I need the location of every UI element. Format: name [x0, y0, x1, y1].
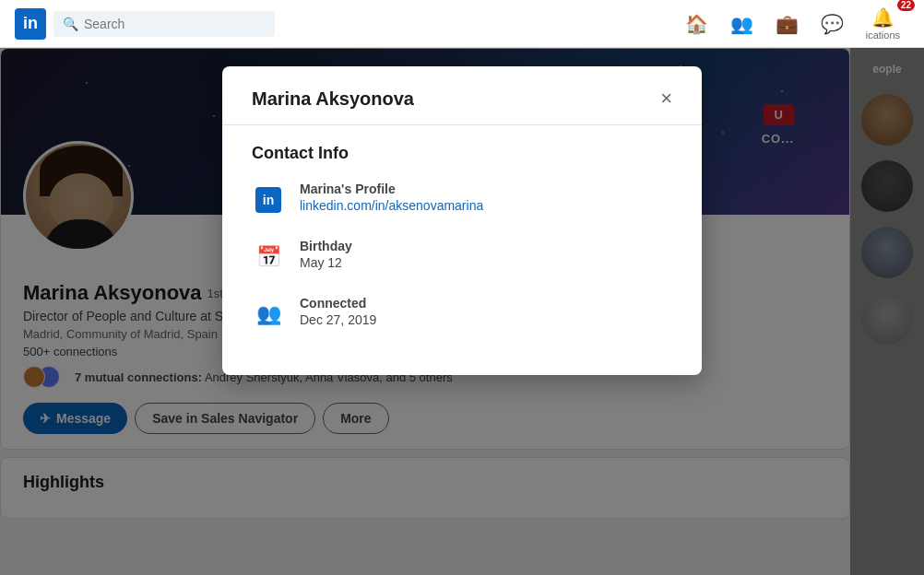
search-input[interactable] [84, 17, 266, 31]
birthday-value: May 12 [300, 255, 672, 270]
search-container: 🔍 [53, 11, 275, 37]
contact-item-birthday: 📅 Birthday May 12 [252, 239, 672, 274]
modal-backdrop[interactable]: Marina Aksyonova × Contact Info in Marin… [0, 48, 924, 575]
modal-divider [222, 124, 702, 125]
nav-notifications[interactable]: 🔔 22 ications [857, 3, 909, 44]
nav-network[interactable]: 👥 [721, 9, 763, 39]
nav-jobs[interactable]: 💼 [766, 9, 808, 39]
connected-icon: 👥 [256, 302, 281, 326]
nav-messaging[interactable]: 💬 [811, 9, 853, 39]
search-icon: 🔍 [63, 17, 78, 31]
network-icon: 👥 [730, 13, 753, 35]
nav-home[interactable]: 🏠 [676, 9, 717, 39]
nav-icons: 🏠 👥 💼 💬 🔔 22 ications [676, 3, 909, 44]
linkedin-value[interactable]: linkedin.com/in/aksenovamarina [300, 198, 672, 213]
main-content: U CO... Marina Aksyonova 1st Director of… [0, 48, 924, 575]
modal-header: Marina Aksyonova × [252, 88, 672, 110]
birthday-icon: 📅 [256, 245, 281, 269]
home-icon: 🏠 [685, 13, 708, 35]
connected-icon-box: 👥 [252, 298, 285, 331]
messaging-icon: 💬 [821, 13, 844, 35]
birthday-label: Birthday [300, 239, 672, 253]
modal-section-title: Contact Info [252, 144, 672, 163]
contact-item-linkedin: in Marina's Profile linkedin.com/in/akse… [252, 182, 672, 217]
linkedin-logo: in [15, 8, 46, 40]
linkedin-icon-box: in [252, 183, 285, 217]
contact-details-birthday: Birthday May 12 [300, 239, 672, 270]
birthday-icon-box: 📅 [252, 241, 285, 274]
jobs-icon: 💼 [776, 13, 799, 35]
linkedin-icon: in [255, 187, 281, 213]
notifications-label: ications [866, 29, 900, 41]
modal-close-button[interactable]: × [660, 88, 672, 109]
connected-value: Dec 27, 2019 [300, 312, 672, 327]
contact-info-modal: Marina Aksyonova × Contact Info in Marin… [222, 66, 702, 375]
contact-details-connected: Connected Dec 27, 2019 [300, 296, 672, 327]
contact-details-linkedin: Marina's Profile linkedin.com/in/aksenov… [300, 182, 672, 213]
linkedin-label: Marina's Profile [300, 182, 672, 196]
notifications-icon: 🔔 [871, 6, 894, 29]
navbar: in 🔍 🏠 👥 💼 💬 🔔 22 ications [0, 0, 924, 48]
notifications-badge: 22 [897, 0, 915, 11]
contact-item-connected: 👥 Connected Dec 27, 2019 [252, 296, 672, 331]
connected-label: Connected [300, 296, 672, 311]
modal-title: Marina Aksyonova [252, 88, 414, 110]
